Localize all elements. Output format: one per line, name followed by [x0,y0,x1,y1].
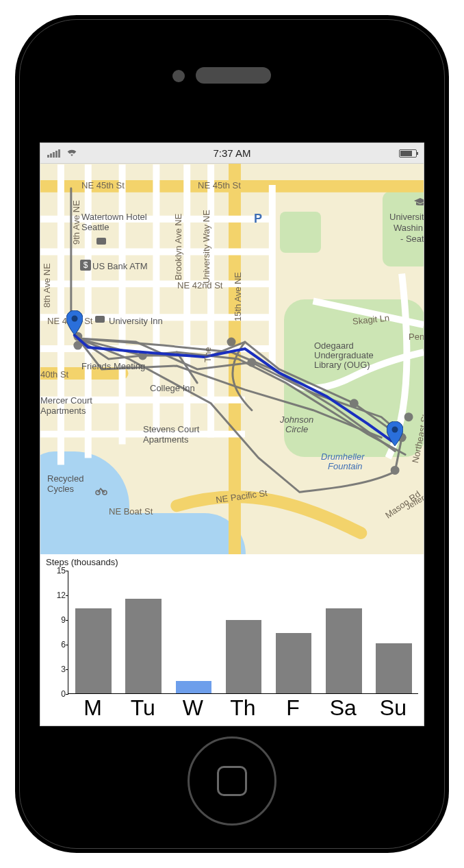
chart-xlabel: Sa [318,695,368,723]
svg-point-8 [405,414,412,421]
wifi-icon [66,147,78,159]
chart-ytick: 0 [48,689,66,699]
bed-icon [96,238,106,245]
chart-plot: 03691215 [68,571,418,694]
steps-chart: Steps (thousands) 03691215 MTuWThFSaSu [40,554,424,726]
status-bar: 7:37 AM [40,143,424,164]
phone-frame: 7:37 AM [15,15,449,853]
home-button-icon [217,766,247,796]
chart-ytick: 12 [48,591,66,600]
home-button[interactable] [188,736,276,826]
chart-bar[interactable] [226,620,262,693]
svg-point-0 [228,338,235,345]
phone-screen: 7:37 AM [40,142,424,726]
bed-icon [95,316,105,323]
chart-ytick: 6 [48,640,66,649]
chart-xaxis: MTuWThFSaSu [68,695,418,723]
chart-xlabel: Th [218,695,268,723]
chart-bar[interactable] [326,608,362,693]
map-marker-end[interactable] [387,421,403,446]
chart-bar[interactable] [376,643,412,693]
svg-point-12 [392,427,398,433]
chart-xlabel: M [68,695,118,723]
svg-point-3 [350,400,357,407]
bike-icon [95,486,107,498]
phone-speaker [196,67,271,84]
chart-xlabel: W [168,695,218,723]
bank-icon: $ [80,260,91,271]
chart-xlabel: Su [368,695,418,723]
chart-ytick: 9 [48,615,66,625]
signal-icon [47,149,60,158]
chart-ytick: 15 [48,566,66,575]
chart-bar[interactable] [125,599,162,693]
chart-ytick: 3 [48,665,66,674]
chart-xlabel: Tu [118,695,168,723]
svg-point-5 [391,467,398,473]
map-view[interactable]: NE 45th St NE 45th St NE 42nd St NE 42nd… [40,164,424,554]
status-time: 7:37 AM [213,147,250,159]
svg-point-1 [248,359,255,366]
map-marker-start[interactable] [66,310,83,335]
battery-icon [399,149,417,158]
chart-xlabel: F [268,695,318,723]
svg-point-7 [75,342,81,349]
chart-bar[interactable] [276,633,312,693]
svg-point-11 [72,316,78,322]
chart-bar[interactable] [176,681,212,693]
graduation-cap-icon [414,197,424,209]
phone-camera [172,70,185,82]
chart-bar[interactable] [75,608,112,693]
